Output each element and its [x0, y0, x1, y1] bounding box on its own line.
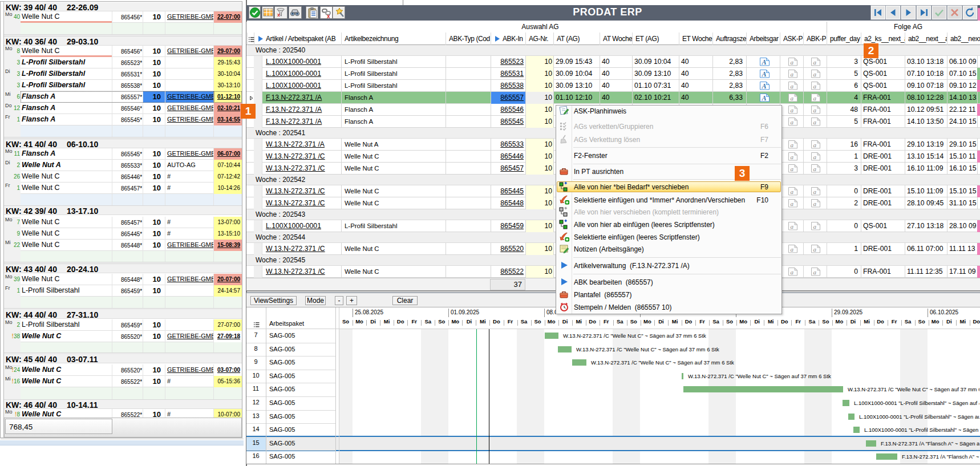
svg-text:a: a: [791, 141, 794, 148]
svg-text:x: x: [327, 13, 330, 19]
svg-text:a: a: [791, 71, 794, 78]
svg-text:a: a: [813, 141, 817, 148]
svg-text:a: a: [813, 246, 817, 253]
svg-text:A: A: [762, 94, 767, 102]
svg-text:a: a: [791, 200, 794, 207]
svg-text:A: A: [762, 70, 767, 78]
svg-text:x: x: [277, 12, 280, 18]
svg-text:a: a: [813, 95, 817, 102]
svg-text:a: a: [813, 83, 817, 90]
svg-text:a: a: [813, 165, 817, 172]
svg-text:a: a: [813, 153, 817, 160]
svg-text:a: a: [791, 59, 794, 66]
svg-text:a: a: [791, 153, 794, 160]
svg-text:a: a: [813, 223, 817, 230]
svg-text:a: a: [791, 188, 794, 195]
svg-text:a: a: [813, 59, 817, 66]
svg-text:a: a: [791, 83, 794, 90]
svg-text:a: a: [813, 107, 817, 114]
svg-text:a: a: [813, 119, 817, 125]
svg-text:a: a: [791, 107, 794, 114]
svg-text:a: a: [791, 223, 794, 230]
svg-text:A: A: [762, 82, 767, 90]
svg-text:a: a: [813, 188, 817, 195]
svg-text:a: a: [791, 269, 794, 275]
svg-text:a: a: [791, 119, 794, 125]
svg-text:a: a: [813, 269, 817, 275]
svg-text:a: a: [813, 71, 817, 78]
svg-text:A: A: [762, 58, 767, 66]
svg-text:a: a: [791, 246, 794, 253]
svg-text:a: a: [791, 95, 794, 102]
svg-text:a: a: [791, 165, 794, 172]
svg-text:a: a: [813, 200, 817, 207]
